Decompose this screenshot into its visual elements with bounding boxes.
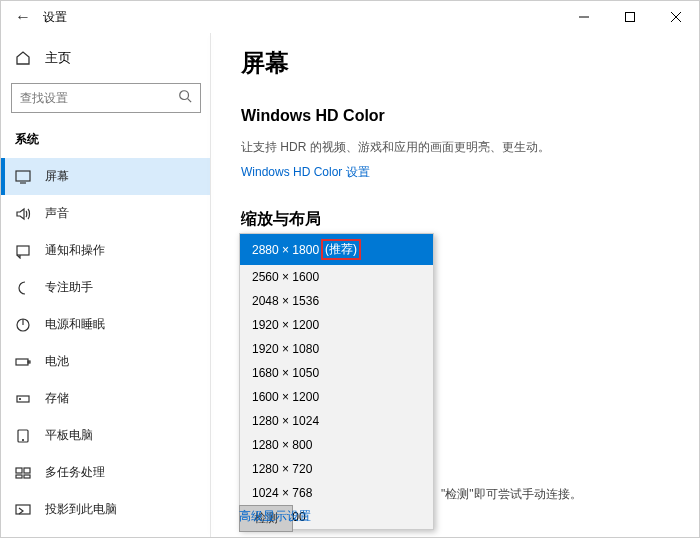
recommended-badge: (推荐) [321, 239, 361, 260]
svg-rect-11 [16, 359, 28, 365]
resolution-option[interactable]: 1920 × 1200 [240, 313, 433, 337]
nav-label: 声音 [45, 205, 69, 222]
svg-rect-20 [24, 475, 30, 478]
svg-point-4 [180, 91, 189, 100]
nav-storage[interactable]: 存储 [1, 380, 211, 417]
minimize-button[interactable] [561, 1, 607, 33]
close-button[interactable] [653, 1, 699, 33]
main-panel: 屏幕 Windows HD Color 让支持 HDR 的视频、游戏和应用的画面… [211, 33, 699, 537]
detect-hint: "检测"即可尝试手动连接。 [441, 486, 582, 503]
project-icon [15, 502, 31, 518]
advanced-display-link[interactable]: 高级显示设置 [239, 508, 311, 525]
hdcolor-link[interactable]: Windows HD Color 设置 [241, 165, 370, 179]
nav-label: 投影到此电脑 [45, 501, 117, 518]
power-icon [15, 317, 31, 333]
nav-label: 屏幕 [45, 168, 69, 185]
page-title: 屏幕 [241, 47, 669, 79]
nav-power[interactable]: 电源和睡眠 [1, 306, 211, 343]
tablet-icon [15, 428, 31, 444]
nav-shared[interactable]: 体验共享 [1, 528, 211, 538]
nav-sound[interactable]: 声音 [1, 195, 211, 232]
svg-point-16 [23, 439, 24, 440]
svg-rect-21 [16, 505, 30, 514]
home-label: 主页 [45, 49, 71, 67]
resolution-option[interactable]: 2560 × 1600 [240, 265, 433, 289]
titlebar: ← 设置 [1, 1, 699, 33]
nav-label: 存储 [45, 390, 69, 407]
nav-label: 专注助手 [45, 279, 93, 296]
nav-notifications[interactable]: 通知和操作 [1, 232, 211, 269]
search-icon [178, 89, 192, 107]
resolution-dropdown[interactable]: 2880 × 1800 (推荐) 2560 × 1600 2048 × 1536… [239, 233, 434, 530]
svg-rect-17 [16, 468, 22, 473]
back-button[interactable]: ← [15, 8, 31, 26]
nav-project[interactable]: 投影到此电脑 [1, 491, 211, 528]
search-input[interactable] [11, 83, 201, 113]
maximize-button[interactable] [607, 1, 653, 33]
speaker-icon [15, 206, 31, 222]
svg-rect-8 [17, 246, 29, 255]
svg-rect-13 [17, 396, 29, 402]
nav-battery[interactable]: 电池 [1, 343, 211, 380]
resolution-option[interactable]: 2048 × 1536 [240, 289, 433, 313]
nav-label: 电池 [45, 353, 69, 370]
resolution-option[interactable]: 1024 × 768 [240, 481, 433, 505]
nav-display[interactable]: 屏幕 [1, 158, 211, 195]
scale-heading: 缩放与布局 [241, 209, 669, 230]
resolution-option-selected[interactable]: 2880 × 1800 (推荐) [240, 234, 433, 265]
nav-tablet[interactable]: 平板电脑 [1, 417, 211, 454]
moon-icon [15, 280, 31, 296]
nav-label: 电源和睡眠 [45, 316, 105, 333]
svg-rect-6 [16, 171, 30, 181]
nav-multitask[interactable]: 多任务处理 [1, 454, 211, 491]
svg-rect-12 [28, 361, 30, 363]
hdcolor-heading: Windows HD Color [241, 107, 669, 125]
sidebar: 主页 系统 屏幕 声音 通知和操作 专注助手 电源和睡眠 电池 存储 平板电脑 … [1, 33, 211, 537]
resolution-option[interactable]: 1600 × 1200 [240, 385, 433, 409]
home-icon [15, 50, 31, 66]
resolution-option[interactable]: 1280 × 800 [240, 433, 433, 457]
window-title: 设置 [43, 9, 67, 26]
svg-rect-19 [16, 475, 22, 478]
monitor-icon [15, 169, 31, 185]
storage-icon [15, 391, 31, 407]
nav-focus[interactable]: 专注助手 [1, 269, 211, 306]
multitask-icon [15, 465, 31, 481]
hdcolor-desc: 让支持 HDR 的视频、游戏和应用的画面更明亮、更生动。 [241, 139, 669, 156]
nav-label: 多任务处理 [45, 464, 105, 481]
svg-rect-18 [24, 468, 30, 473]
resolution-option[interactable]: 1280 × 1024 [240, 409, 433, 433]
resolution-option[interactable]: 1280 × 720 [240, 457, 433, 481]
svg-rect-1 [626, 13, 635, 22]
nav-list: 屏幕 声音 通知和操作 专注助手 电源和睡眠 电池 存储 平板电脑 多任务处理 … [1, 158, 211, 538]
nav-label: 平板电脑 [45, 427, 93, 444]
category-header: 系统 [1, 125, 211, 158]
home-nav[interactable]: 主页 [1, 41, 211, 75]
svg-point-14 [20, 398, 21, 399]
nav-label: 通知和操作 [45, 242, 105, 259]
search-field[interactable] [20, 91, 178, 105]
notification-icon [15, 243, 31, 259]
resolution-option[interactable]: 1920 × 1080 [240, 337, 433, 361]
battery-icon [15, 354, 31, 370]
svg-line-5 [188, 99, 192, 103]
resolution-value: 2880 × 1800 [252, 243, 319, 257]
resolution-option[interactable]: 1680 × 1050 [240, 361, 433, 385]
